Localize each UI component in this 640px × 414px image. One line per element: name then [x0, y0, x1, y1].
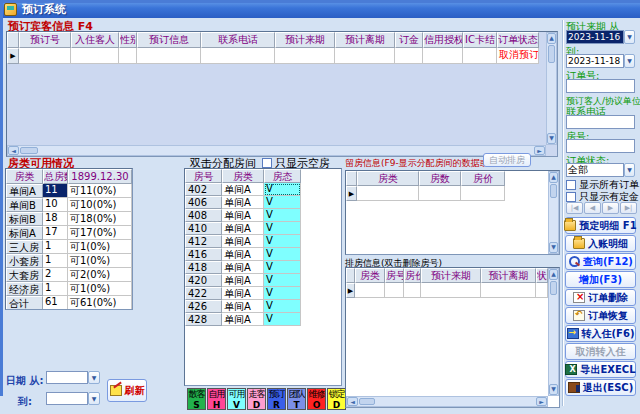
- assign-row[interactable]: 418 单间A V: [185, 261, 341, 274]
- cell: [355, 283, 385, 298]
- show-all-orders-checkbox[interactable]: [566, 180, 576, 190]
- order-status-dropdown-button[interactable]: ▼: [624, 163, 635, 177]
- arrive-to-spin-button[interactable]: ▼: [624, 54, 635, 68]
- date-from-field[interactable]: ▼: [46, 371, 100, 384]
- cell: 单间A: [222, 235, 264, 248]
- nav-prev-button[interactable]: ◀: [584, 202, 601, 214]
- cell: 61: [43, 296, 68, 310]
- add-button[interactable]: 增加(F3): [565, 271, 636, 288]
- order-no-input[interactable]: [566, 79, 635, 93]
- date-to-spin-button[interactable]: ▼: [88, 392, 100, 405]
- date-to-field[interactable]: ▼: [46, 392, 100, 405]
- cell: 17: [43, 226, 68, 240]
- cell: [385, 283, 404, 298]
- guest-grid-header: 预订号 入住客人 性别 预订信息 联系电话 预计来期 预计离期 订金 信用授权 …: [7, 32, 557, 48]
- col-arrival: 预计来期: [275, 32, 335, 48]
- cell: [71, 48, 119, 64]
- assign-rooms-panel: 房号 房类 房态 402 单间A V 406 单间A V 408 单间A V 4…: [184, 168, 342, 386]
- col-departure: 预计离期: [481, 268, 536, 283]
- restore-order-button[interactable]: 订单恢复: [565, 307, 636, 324]
- arranged-row[interactable]: [346, 283, 559, 298]
- availability-row[interactable]: 三人房 1 可1(0%): [6, 240, 132, 254]
- deposit-only-checkbox[interactable]: [566, 192, 576, 202]
- assign-row[interactable]: 412 单间A V: [185, 235, 341, 248]
- hold-row[interactable]: [346, 186, 559, 201]
- availability-row[interactable]: 合计 61 可61(0%): [6, 296, 132, 310]
- col-room-count: 房数: [419, 171, 461, 186]
- brush-icon: [110, 385, 122, 396]
- check-in-button[interactable]: 转入住(F6): [565, 325, 636, 342]
- legend-name: 散客: [188, 389, 205, 400]
- marker-header: [7, 32, 19, 48]
- arrive-to-field[interactable]: 2023-11-18 00:00:00 ▼: [566, 54, 635, 68]
- cell: 单间A: [222, 274, 264, 287]
- nav-last-button[interactable]: ▶|: [620, 202, 637, 214]
- cell-room-state: V: [264, 300, 301, 313]
- availability-row[interactable]: 单间B 10 可10(0%): [6, 198, 132, 212]
- restore-order-label: 订单恢复: [588, 309, 628, 323]
- legend-item: 团队 T: [287, 388, 306, 410]
- cell: 可1(0%): [68, 240, 132, 254]
- sidebar-divider: [562, 20, 564, 406]
- show-vacant-only-checkbox[interactable]: [262, 158, 272, 168]
- assign-row[interactable]: 428 单间A V: [185, 313, 341, 326]
- cell: 可11(0%): [68, 184, 132, 198]
- assign-row[interactable]: 408 单间A V: [185, 209, 341, 222]
- assign-row[interactable]: 406 单间A V: [185, 196, 341, 209]
- availability-row[interactable]: 大套房 2 可2(0%): [6, 268, 132, 282]
- refresh-button-label: 刷新: [125, 384, 145, 398]
- account-detail-button[interactable]: 入账明细: [565, 235, 636, 252]
- refresh-button[interactable]: 刷新: [107, 379, 147, 402]
- arranged-grid-vscrollbar[interactable]: ▲ ▼: [548, 268, 559, 396]
- hold-grid-vscrollbar[interactable]: ▲ ▼: [548, 171, 559, 254]
- availability-row[interactable]: 标间A 17 可17(0%): [6, 226, 132, 240]
- legend-item: 维修 O: [307, 388, 326, 410]
- assign-row[interactable]: 420 单间A V: [185, 274, 341, 287]
- cell: 单间A: [222, 196, 264, 209]
- availability-row[interactable]: 标间B 18 可18(0%): [6, 212, 132, 226]
- auto-assign-button[interactable]: 自动排房: [483, 153, 531, 167]
- query-button[interactable]: 查询(F12): [565, 253, 636, 270]
- date-from-spin-button[interactable]: ▼: [88, 371, 100, 384]
- cell-room-state: V: [264, 222, 301, 235]
- availability-row[interactable]: 单间A 11 可11(0%): [6, 184, 132, 198]
- col-credit-auth: 信用授权: [423, 32, 463, 48]
- cell-room-state: V: [264, 209, 301, 222]
- cell: 合计: [6, 296, 43, 310]
- availability-row[interactable]: 经济房 1 可1(0%): [6, 282, 132, 296]
- col-departure: 预计离期: [335, 32, 395, 48]
- row-marker-icon: [7, 48, 19, 64]
- account-detail-label: 入账明细: [588, 237, 628, 251]
- assign-row[interactable]: 402 单间A V: [185, 183, 341, 196]
- phone-input[interactable]: [566, 115, 635, 129]
- guest-grid-vscrollbar[interactable]: ▲ ▼: [546, 32, 557, 145]
- assign-row[interactable]: 416 单间A V: [185, 248, 341, 261]
- cell: 经济房: [6, 282, 43, 296]
- cell: 412: [185, 235, 222, 248]
- cell: 408: [185, 209, 222, 222]
- cell: 428: [185, 313, 222, 326]
- cancel-check-in-button[interactable]: 取消转入住: [565, 343, 636, 360]
- exit-button[interactable]: 退出(ESC): [565, 379, 636, 396]
- arranged-header: 房类 房号 房价 预计来期 预计离期 状态: [346, 268, 559, 283]
- export-excel-button[interactable]: 导出EXECL: [565, 361, 636, 378]
- assign-row[interactable]: 422 单间A V: [185, 287, 341, 300]
- col-reservation-info: 预订信息: [137, 32, 201, 48]
- arrive-from-spin-button[interactable]: ▼: [624, 30, 635, 44]
- order-status-combo[interactable]: 全部 ▼: [566, 163, 635, 177]
- assign-row[interactable]: 410 单间A V: [185, 222, 341, 235]
- reservation-detail-button[interactable]: 预定明细 F1: [565, 217, 636, 234]
- nav-next-button[interactable]: ▶: [602, 202, 619, 214]
- cell: 单间A: [6, 184, 43, 198]
- delete-order-button[interactable]: 订单删除: [565, 289, 636, 306]
- nav-first-button[interactable]: |◀: [566, 202, 583, 214]
- room-no-input[interactable]: [566, 139, 635, 153]
- exit-label: 退出(ESC): [583, 381, 634, 395]
- availability-row[interactable]: 小套房 1 可1(0%): [6, 254, 132, 268]
- assign-row[interactable]: 426 单间A V: [185, 300, 341, 313]
- cell: 2: [43, 268, 68, 282]
- guest-grid-row[interactable]: 取消预订: [7, 48, 557, 64]
- arranged-grid-hscrollbar[interactable]: ◄ ►: [346, 396, 548, 407]
- guest-grid-hscrollbar[interactable]: ◄ ►: [7, 145, 546, 156]
- arrive-from-field[interactable]: 2023-11-16 00:00:00 ▼: [566, 30, 635, 44]
